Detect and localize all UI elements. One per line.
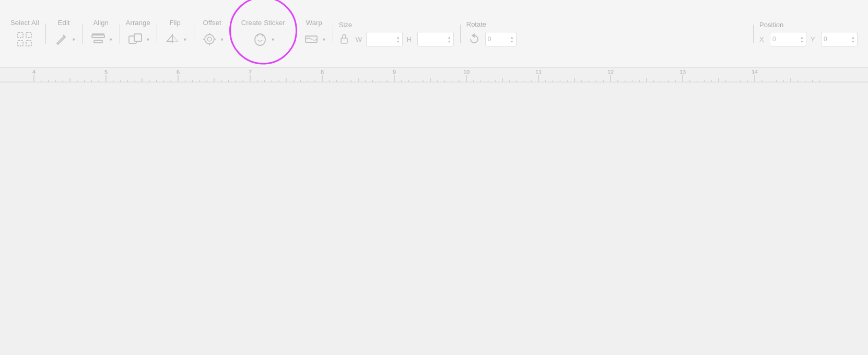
svg-point-16: [255, 34, 265, 45]
rotate-label: Rotate: [466, 20, 486, 28]
main-toolbar: Select All Edit ▼ Align: [0, 0, 868, 68]
x-spinner: ▲ ▼: [800, 36, 804, 43]
flip-label: Flip: [170, 19, 181, 27]
warp-group: Warp ▼: [296, 19, 333, 49]
size-inputs: W ▲ ▼ H ▲ ▼: [339, 32, 454, 46]
height-spinner: ▲ ▼: [448, 36, 451, 43]
width-down-arrow[interactable]: ▼: [396, 40, 400, 43]
x-input-box[interactable]: 0 ▲ ▼: [770, 32, 806, 46]
height-field: H ▲ ▼: [407, 32, 454, 46]
create-sticker-dropdown-arrow: ▼: [271, 37, 275, 42]
rotate-icon: [466, 31, 482, 47]
lock-icon: [339, 32, 349, 46]
position-label: Position: [759, 21, 783, 29]
arrange-group: Arrange ▼: [120, 19, 157, 49]
arrange-label: Arrange: [126, 19, 150, 27]
rotate-spinner: ▲ ▼: [510, 36, 514, 43]
create-sticker-group: Create Sticker ▼: [231, 19, 296, 49]
align-dropdown-arrow: ▼: [109, 37, 113, 42]
ruler-canvas: [0, 68, 868, 82]
y-input-box[interactable]: 0 ▲ ▼: [821, 32, 858, 46]
rotate-inputs: 0 ▲ ▼: [466, 31, 517, 47]
size-label: Size: [339, 21, 352, 29]
select-all-button[interactable]: [15, 30, 34, 49]
rotate-up-arrow[interactable]: ▲: [510, 36, 514, 39]
width-label: W: [356, 36, 364, 43]
offset-dropdown-arrow: ▼: [220, 37, 225, 42]
arrange-button[interactable]: ▼: [126, 30, 150, 49]
svg-rect-2: [18, 41, 23, 46]
y-label: Y: [811, 36, 819, 43]
height-input-box[interactable]: ▲ ▼: [417, 32, 454, 46]
height-down-arrow[interactable]: ▼: [448, 40, 451, 43]
svg-rect-4: [92, 35, 104, 38]
position-group: Position X 0 ▲ ▼ Y 0 ▲ ▼: [753, 21, 864, 46]
create-sticker-label: Create Sticker: [241, 19, 285, 27]
edit-dropdown-arrow: ▼: [72, 37, 76, 42]
align-label: Align: [93, 19, 109, 27]
rotate-input-box[interactable]: 0 ▲ ▼: [485, 32, 517, 46]
align-group: Align ▼: [83, 19, 120, 49]
y-field: Y 0 ▲ ▼: [811, 32, 858, 46]
align-button[interactable]: ▼: [89, 30, 113, 49]
flip-group: Flip ▼: [157, 19, 194, 49]
select-all-group: Select All: [4, 19, 45, 49]
svg-point-10: [205, 34, 214, 44]
x-down-arrow[interactable]: ▼: [800, 40, 804, 43]
svg-rect-0: [18, 32, 23, 38]
svg-rect-18: [341, 38, 347, 43]
warp-button[interactable]: ▼: [302, 30, 326, 49]
width-input-box[interactable]: ▲ ▼: [366, 32, 403, 46]
y-value: 0: [824, 36, 851, 43]
edit-group: Edit ▼: [45, 19, 83, 49]
x-label: X: [759, 36, 768, 43]
offset-group: Offset ▼: [194, 19, 231, 49]
edit-label: Edit: [58, 19, 70, 27]
size-group: Size W ▲ ▼ H: [333, 21, 460, 46]
height-label: H: [407, 36, 415, 43]
y-spinner: ▲ ▼: [851, 36, 855, 43]
rotate-value: 0: [488, 36, 510, 43]
width-spinner: ▲ ▼: [396, 36, 400, 43]
width-up-arrow[interactable]: ▲: [396, 36, 400, 39]
offset-label: Offset: [203, 19, 221, 27]
canvas-area: [0, 82, 868, 355]
flip-dropdown-arrow: ▼: [183, 37, 187, 42]
height-up-arrow[interactable]: ▲: [448, 36, 451, 39]
ruler: [0, 68, 868, 82]
offset-button[interactable]: ▼: [200, 30, 225, 49]
svg-rect-3: [26, 41, 31, 46]
arrange-dropdown-arrow: ▼: [146, 37, 150, 42]
flip-button[interactable]: ▼: [163, 30, 187, 49]
position-inputs: X 0 ▲ ▼ Y 0 ▲ ▼: [759, 32, 858, 46]
select-all-label: Select All: [10, 19, 39, 27]
edit-button[interactable]: ▼: [52, 30, 76, 49]
svg-rect-5: [94, 40, 102, 43]
svg-point-11: [207, 37, 212, 41]
svg-rect-1: [26, 32, 31, 38]
y-down-arrow[interactable]: ▼: [851, 40, 855, 43]
warp-label: Warp: [306, 19, 322, 27]
rotate-group: Rotate 0 ▲ ▼: [460, 20, 523, 47]
width-field: W ▲ ▼: [356, 32, 403, 46]
x-up-arrow[interactable]: ▲: [800, 36, 804, 39]
y-up-arrow[interactable]: ▲: [851, 36, 855, 39]
svg-rect-8: [134, 34, 142, 41]
x-field: X 0 ▲ ▼: [759, 32, 806, 46]
x-value: 0: [772, 36, 800, 43]
rotate-down-arrow[interactable]: ▼: [510, 40, 514, 43]
warp-dropdown-arrow: ▼: [322, 37, 326, 42]
create-sticker-button[interactable]: ▼: [251, 30, 275, 49]
